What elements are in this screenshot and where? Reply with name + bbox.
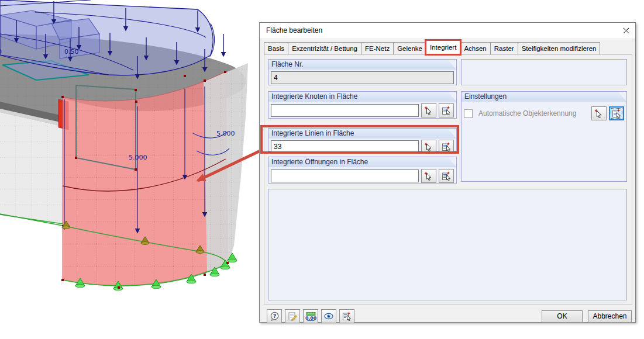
ok-button[interactable]: OK (542, 310, 583, 323)
group-detail-empty (268, 189, 627, 300)
integrierte-knoten-input[interactable] (271, 104, 419, 117)
units-icon: 0.00 (305, 312, 316, 321)
dialog-title: Fläche bearbeiten (266, 26, 322, 34)
pick-icon (424, 171, 433, 181)
close-button[interactable] (620, 25, 632, 36)
tab-exzentrizitaet-bettung[interactable]: Exzentrizität / Bettung (288, 42, 361, 54)
dialog-titlebar[interactable]: Fläche bearbeiten (260, 23, 635, 39)
group-einstellungen-header: Einstellungen (462, 92, 626, 102)
flaeche-nr-field: 4 (271, 71, 454, 84)
display-properties-button[interactable] (321, 309, 336, 323)
group-einstellungen: Einstellungen Automatische Objekterkennu… (461, 91, 627, 182)
group-integrierte-knoten: Integrierte Knoten in Fläche (268, 91, 457, 119)
dim-label-050: 0.50 (64, 48, 79, 56)
tab-achsen[interactable]: Achsen (460, 42, 490, 54)
svg-text:0.00: 0.00 (305, 316, 316, 321)
units-button[interactable]: 0.00 (303, 309, 318, 323)
tab-strip: Basis Exzentrizität / Bettung FE-Netz Ge… (264, 41, 631, 54)
tab-basis[interactable]: Basis (264, 42, 288, 54)
tab-steifigkeiten-modifizieren[interactable]: Steifigkeiten modifizieren (518, 42, 601, 54)
pick-oeffnungen-button[interactable] (421, 169, 436, 183)
app-canvas: { "window": {"title": "Fläche bearbeiten… (0, 0, 644, 339)
svg-text:?: ? (273, 313, 276, 319)
group-flaeche-nr-header: Fläche Nr. (268, 60, 456, 70)
group-integrierte-knoten-header: Integrierte Knoten in Fläche (268, 92, 456, 102)
display-properties-icon (323, 312, 334, 321)
group-integrierte-oeffnungen: Integrierte Öffnungen in Fläche (268, 157, 457, 184)
tab-gelenke[interactable]: Gelenke (393, 42, 426, 54)
tab-raster[interactable]: Raster (490, 42, 518, 54)
group-integrierte-linien: Integrierte Linien in Fläche 33 (268, 128, 457, 151)
pick-list-oeffnungen-button[interactable] (439, 169, 454, 183)
pick-list-knoten-button[interactable] (439, 103, 454, 117)
pick-icon (424, 142, 433, 151)
group-integrierte-oeffnungen-header: Integrierte Öffnungen in Fläche (268, 157, 456, 167)
dim-label-5000-mid: 5.000 (129, 154, 147, 161)
left-wall-surface[interactable] (0, 112, 63, 224)
pick-einstellungen-button[interactable] (591, 106, 607, 120)
group-info-empty (461, 59, 627, 85)
integrierte-linien-input[interactable]: 33 (271, 140, 419, 153)
dialog-flaeche-bearbeiten: Fläche bearbeiten Basis Exzentrizität / … (259, 22, 636, 323)
pick-linien-button[interactable] (421, 140, 436, 154)
tab-fe-netz[interactable]: FE-Netz (361, 42, 394, 54)
pick-list-icon (342, 312, 352, 321)
pick-knoten-button[interactable] (421, 103, 436, 117)
integrierte-oeffnungen-input[interactable] (271, 170, 419, 182)
pick-list-icon (612, 109, 622, 118)
footer-toolbar: ? 0.00 (267, 309, 354, 323)
dim-label-5000-right: 5.000 (216, 130, 235, 137)
help-button[interactable]: ? (267, 309, 282, 323)
help-icon: ? (270, 312, 280, 321)
dim-label-cut: 0 (0, 48, 2, 56)
pick-icon (424, 106, 433, 115)
auto-objekterkennung-label: Automatische Objekterkennung (478, 109, 576, 117)
pick-icon (594, 109, 604, 118)
group-integrierte-linien-header: Integrierte Linien in Fläche (268, 129, 456, 139)
comment-button[interactable] (285, 309, 300, 323)
pick-list-footer-button[interactable] (339, 309, 354, 323)
pick-list-icon (442, 171, 452, 181)
pick-list-einstellungen-button[interactable] (609, 106, 624, 120)
cancel-button[interactable]: Abbrechen (588, 310, 632, 323)
pick-list-icon (442, 142, 452, 151)
pick-list-icon (442, 106, 452, 115)
tab-integriert[interactable]: Integriert (426, 40, 460, 54)
group-flaeche-nr: Fläche Nr. 4 (268, 59, 457, 85)
pick-list-linien-button[interactable] (439, 140, 454, 154)
close-icon (623, 27, 629, 34)
auto-objekterkennung-checkbox[interactable] (464, 109, 473, 118)
comment-edit-icon (288, 312, 298, 321)
